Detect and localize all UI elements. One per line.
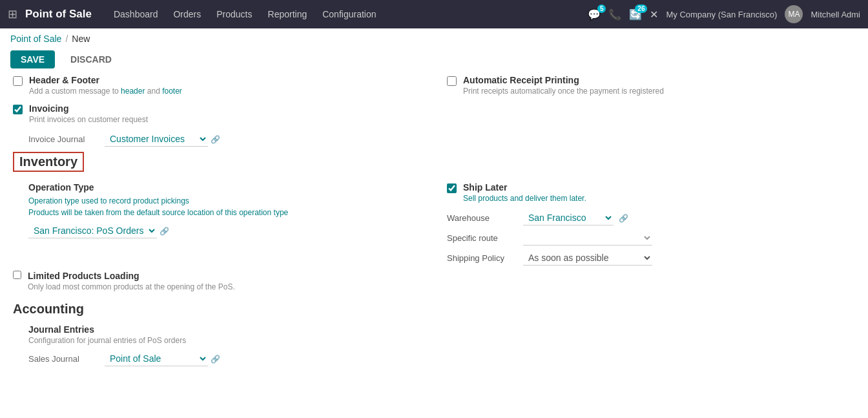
avatar: MA [785, 5, 803, 23]
sales-journal-external-link[interactable]: 🔗 [211, 355, 220, 364]
header-link[interactable]: header [121, 87, 145, 96]
operation-type-desc2: Products will be taken from the default … [28, 207, 421, 218]
close-icon-btn[interactable]: ✕ [650, 8, 658, 21]
sales-journal-label: Sales Journal [28, 354, 99, 364]
operation-type-block: Operation Type Operation type used to re… [28, 182, 421, 238]
nav-products[interactable]: Products [210, 5, 258, 23]
specific-route-label: Specific route [447, 233, 518, 243]
activity-icon-btn[interactable]: 🔄 26 [629, 8, 642, 21]
main-content: Header & Footer Add a custom message to … [0, 75, 868, 384]
operation-type-select-row: San Francisco: PoS Orders 🔗 [28, 224, 421, 238]
limited-products-labels: Limited Products Loading Only load most … [28, 271, 235, 291]
auto-receipt-labels: Automatic Receipt Printing Print receipt… [463, 75, 664, 96]
header-footer-row: Header & Footer Add a custom message to … [13, 75, 421, 96]
invoice-journal-wrap: Customer Invoices 🔗 [105, 132, 247, 147]
inventory-col-right: Ship Later Sell products and deliver the… [447, 182, 855, 266]
breadcrumb-parent[interactable]: Point of Sale [10, 34, 61, 44]
header-footer-desc: Add a custom message to header and foote… [29, 87, 182, 96]
journal-entries-title: Journal Entries [28, 324, 855, 335]
ship-later-checkbox[interactable] [447, 183, 457, 193]
grid-icon[interactable]: ⊞ [8, 7, 17, 21]
auto-receipt-title: Automatic Receipt Printing [463, 75, 664, 85]
ship-later-row: Ship Later Sell products and deliver the… [447, 182, 855, 203]
operation-type-title: Operation Type [28, 182, 421, 193]
header-footer-checkbox[interactable] [13, 76, 23, 86]
invoice-journal-select[interactable]: Customer Invoices [105, 132, 208, 147]
col-right-top: Automatic Receipt Printing Print receipt… [447, 75, 855, 147]
nav-orders[interactable]: Orders [167, 5, 207, 23]
inventory-col-left: Operation Type Operation type used to re… [13, 182, 421, 266]
invoice-journal-external-link[interactable]: 🔗 [211, 135, 220, 144]
phone-icon-btn[interactable]: 📞 [608, 8, 621, 21]
breadcrumb-separator: / [65, 34, 68, 44]
invoicing-title: Invoicing [29, 103, 148, 114]
sales-journal-row: Sales Journal Point of Sale 🔗 [28, 351, 855, 366]
username: Mitchell Admi [811, 10, 860, 19]
journal-entries-desc: Configuration for journal entries of PoS… [28, 336, 855, 345]
footer-link[interactable]: footer [162, 87, 182, 96]
invoicing-checkbox[interactable] [13, 105, 23, 114]
shipping-policy-row: Shipping Policy As soon as possible [447, 251, 855, 266]
top-section: Header & Footer Add a custom message to … [13, 75, 855, 147]
page-wrapper: ⊞ Point of Sale Dashboard Orders Product… [0, 0, 868, 418]
invoice-journal-row: Invoice Journal Customer Invoices 🔗 [28, 132, 421, 147]
nav-dashboard[interactable]: Dashboard [107, 5, 165, 23]
invoicing-labels: Invoicing Print invoices on customer req… [29, 103, 148, 124]
specific-route-row: Specific route [447, 231, 855, 246]
company-name: My Company (San Francisco) [666, 10, 777, 19]
limited-products-title: Limited Products Loading [28, 271, 235, 281]
limited-products-desc: Only load most common products at the op… [28, 282, 235, 291]
auto-receipt-checkbox[interactable] [447, 76, 457, 86]
specific-route-select[interactable] [523, 231, 652, 246]
topnav-right: 💬 5 📞 🔄 26 ✕ My Company (San Francisco) … [588, 5, 860, 23]
col-left-top: Header & Footer Add a custom message to … [13, 75, 421, 147]
warehouse-select[interactable]: San Francisco [523, 211, 614, 225]
ship-later-desc: Sell products and deliver them later. [463, 194, 586, 203]
save-button[interactable]: SAVE [10, 50, 55, 68]
invoicing-row: Invoicing Print invoices on customer req… [13, 103, 421, 124]
operation-type-desc1: Operation type used to record product pi… [28, 195, 421, 207]
breadcrumb-current: New [72, 34, 90, 44]
invoicing-desc: Print invoices on customer request [29, 115, 148, 124]
toolbar: SAVE DISCARD [0, 47, 868, 75]
limited-products-row: Limited Products Loading Only load most … [13, 271, 855, 291]
messages-badge: 5 [597, 5, 606, 13]
operation-type-select[interactable]: San Francisco: PoS Orders [28, 224, 157, 238]
shipping-policy-label: Shipping Policy [447, 253, 518, 263]
warehouse-label: Warehouse [447, 213, 518, 223]
warehouse-external-link[interactable]: 🔗 [619, 214, 628, 223]
operation-type-external-link[interactable]: 🔗 [160, 227, 169, 236]
breadcrumb: Point of Sale / New [0, 28, 868, 47]
ship-later-title: Ship Later [463, 182, 586, 193]
header-footer-labels: Header & Footer Add a custom message to … [29, 75, 182, 96]
topnav: ⊞ Point of Sale Dashboard Orders Product… [0, 0, 868, 28]
header-footer-title: Header & Footer [29, 75, 182, 85]
brand-name: Point of Sale [25, 8, 92, 21]
invoice-journal-label: Invoice Journal [28, 134, 99, 144]
nav-configuration[interactable]: Configuration [316, 5, 382, 23]
inventory-heading: Inventory [13, 152, 84, 172]
auto-receipt-row: Automatic Receipt Printing Print receipt… [447, 75, 855, 96]
nav-reporting[interactable]: Reporting [262, 5, 314, 23]
scroll-area: Header & Footer Add a custom message to … [0, 75, 868, 418]
ship-later-labels: Ship Later Sell products and deliver the… [463, 182, 586, 203]
discard-button[interactable]: DISCARD [60, 50, 122, 68]
limited-products-checkbox[interactable] [13, 271, 21, 279]
inventory-section: Operation Type Operation type used to re… [13, 182, 855, 266]
journal-entries-block: Journal Entries Configuration for journa… [28, 324, 855, 366]
sales-journal-wrap: Point of Sale 🔗 [105, 351, 247, 366]
shipping-policy-select[interactable]: As soon as possible [523, 251, 652, 266]
accounting-heading: Accounting [13, 302, 855, 317]
topnav-menu: Dashboard Orders Products Reporting Conf… [107, 5, 583, 23]
sales-journal-select[interactable]: Point of Sale [105, 351, 208, 366]
messages-icon-btn[interactable]: 💬 5 [588, 8, 601, 21]
auto-receipt-desc: Print receipts automatically once the pa… [463, 87, 664, 96]
warehouse-row: Warehouse San Francisco 🔗 [447, 211, 855, 225]
activity-badge: 26 [635, 5, 647, 13]
